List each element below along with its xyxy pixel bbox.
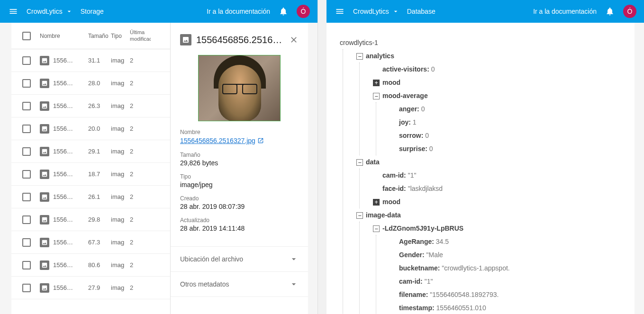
header-size[interactable]: Tamaño: [88, 33, 111, 39]
docs-link[interactable]: Ir a la documentación: [207, 8, 270, 15]
mood-average-node[interactable]: mood-average: [382, 92, 428, 99]
file-modified: 2: [130, 261, 151, 269]
file-name: 1556…: [53, 80, 73, 87]
table-row[interactable]: 1556… 27.9 imag 2: [11, 277, 170, 299]
image-data-node[interactable]: image-data: [366, 211, 401, 219]
row-checkbox[interactable]: [22, 170, 31, 179]
file-type: imag: [111, 170, 130, 178]
table-row[interactable]: 1556… 67.3 imag 2: [11, 231, 170, 254]
expand-toggle[interactable]: +: [373, 199, 380, 206]
row-checkbox[interactable]: [22, 102, 31, 110]
file-modified: 2: [130, 80, 151, 87]
brand-label: CrowdLytics: [27, 8, 63, 15]
file-location-expander[interactable]: Ubicación del archivo: [171, 247, 308, 272]
filename-key[interactable]: filename:: [399, 291, 428, 298]
row-checkbox[interactable]: [22, 215, 31, 224]
select-all-checkbox[interactable]: [22, 32, 31, 40]
table-row[interactable]: 1556… 29.1 imag 2: [11, 140, 170, 163]
file-type: imag: [111, 261, 130, 269]
row-checkbox[interactable]: [22, 238, 31, 247]
gender-key[interactable]: Gender:: [399, 251, 425, 259]
analytics-node[interactable]: analytics: [366, 52, 394, 60]
timestamp-key[interactable]: timestamp:: [399, 304, 435, 312]
row-checkbox[interactable]: [22, 261, 31, 269]
expand-toggle[interactable]: +: [373, 80, 380, 86]
file-table: Nombre Tamaño Tipo Última modificación 1…: [11, 23, 171, 314]
project-selector[interactable]: CrowdLytics: [353, 8, 399, 15]
file-name: 1556…: [53, 57, 73, 64]
row-checkbox[interactable]: [22, 125, 31, 133]
file-modified: 2: [130, 284, 151, 291]
camid-value: "1": [406, 171, 417, 179]
row-checkbox[interactable]: [22, 56, 31, 65]
chevron-down-icon: [289, 279, 299, 289]
docs-link[interactable]: Ir a la documentación: [533, 8, 597, 15]
joy-key[interactable]: joy:: [399, 118, 411, 126]
collapse-toggle[interactable]: −: [373, 225, 380, 232]
sorrow-key[interactable]: sorrow:: [399, 132, 423, 139]
row-checkbox[interactable]: [22, 193, 31, 201]
bell-icon[interactable]: [604, 6, 616, 17]
menu-icon[interactable]: [334, 6, 345, 17]
collapse-toggle[interactable]: −: [373, 93, 380, 99]
file-modified: 2: [130, 216, 151, 223]
table-row[interactable]: 1556… 18.7 imag 2: [11, 163, 170, 186]
bucketname-key[interactable]: bucketname:: [399, 264, 440, 272]
camid-key[interactable]: cam-id:: [382, 171, 406, 179]
close-icon[interactable]: [289, 35, 299, 45]
row-checkbox[interactable]: [22, 284, 31, 292]
collapse-toggle[interactable]: −: [356, 53, 363, 60]
filename-link[interactable]: 1556456856.2516327.jpg: [180, 137, 264, 144]
meta-size-label: Tamaño: [180, 152, 299, 158]
table-row[interactable]: 1556… 28.0 imag 2: [11, 72, 170, 95]
left-spacer: [0, 23, 11, 314]
header-name[interactable]: Nombre: [36, 33, 88, 39]
file-name: 1556…: [53, 261, 73, 269]
collapse-toggle[interactable]: −: [356, 159, 363, 166]
active-visitors-key[interactable]: active-visitors:: [382, 65, 429, 73]
anger-key[interactable]: anger:: [399, 105, 419, 113]
table-row[interactable]: 1556… 26.3 imag 2: [11, 95, 170, 117]
row-checkbox[interactable]: [22, 79, 31, 88]
scrollbar[interactable]: [318, 0, 327, 314]
camid-key[interactable]: cam-id:: [399, 278, 423, 285]
image-record-node[interactable]: -LdZGnom5J91y-LpBRUS: [382, 224, 463, 232]
file-modified: 2: [130, 239, 151, 246]
bell-icon[interactable]: [278, 6, 289, 17]
header-modified[interactable]: Última modificación: [130, 29, 151, 42]
menu-icon[interactable]: [8, 6, 19, 17]
row-checkbox[interactable]: [22, 147, 31, 156]
table-row[interactable]: 1556… 26.1 imag 2: [11, 186, 170, 208]
file-type: imag: [111, 193, 130, 200]
mood-node[interactable]: mood: [382, 79, 400, 86]
agerange-key[interactable]: AgeRange:: [399, 238, 434, 245]
table-row[interactable]: 1556… 29.8 imag 2: [11, 208, 170, 231]
header-type[interactable]: Tipo: [111, 33, 130, 39]
table-row[interactable]: 1556… 20.0 imag 2: [11, 117, 170, 140]
image-icon: [40, 192, 49, 202]
faceid-value: "laskdjlaksd: [406, 185, 443, 192]
file-size: 18.7: [88, 170, 111, 178]
table-row[interactable]: 1556… 31.1 imag 2: [11, 49, 170, 72]
file-modified: 2: [130, 170, 151, 178]
data-node[interactable]: data: [366, 158, 380, 166]
table-row[interactable]: 1556… 80.6 imag 2: [11, 254, 170, 277]
faceid-key[interactable]: face-id:: [382, 185, 406, 192]
chevron-down-icon: [289, 254, 299, 264]
file-name: 1556…: [53, 216, 73, 223]
right-spacer: [635, 23, 644, 314]
other-metadata-expander[interactable]: Otros metadatos: [171, 272, 308, 297]
mood-node[interactable]: mood: [382, 198, 400, 206]
meta-type-value: image/jpeg: [180, 181, 299, 188]
surprise-key[interactable]: surprise:: [399, 145, 427, 153]
image-icon: [40, 238, 49, 247]
surprise-value: 0: [427, 145, 433, 153]
collapse-toggle[interactable]: −: [356, 212, 363, 219]
project-selector[interactable]: CrowdLytics: [27, 8, 73, 15]
image-icon: [40, 215, 49, 224]
file-modified: 2: [130, 148, 151, 155]
avatar[interactable]: Ó: [623, 5, 636, 18]
db-root[interactable]: crowdlytics-1: [340, 36, 631, 49]
file-name: 1556…: [53, 284, 73, 291]
avatar[interactable]: Ó: [297, 5, 310, 18]
